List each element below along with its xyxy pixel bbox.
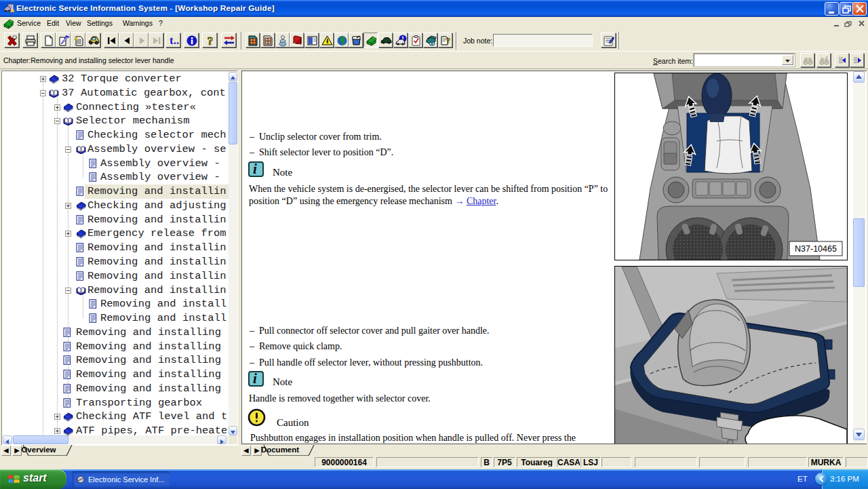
- svg-text:t..: t..: [170, 35, 179, 47]
- svg-text:N37-10465: N37-10465: [795, 244, 837, 254]
- svg-text:?: ?: [208, 35, 214, 47]
- svg-text:?: ?: [446, 35, 451, 45]
